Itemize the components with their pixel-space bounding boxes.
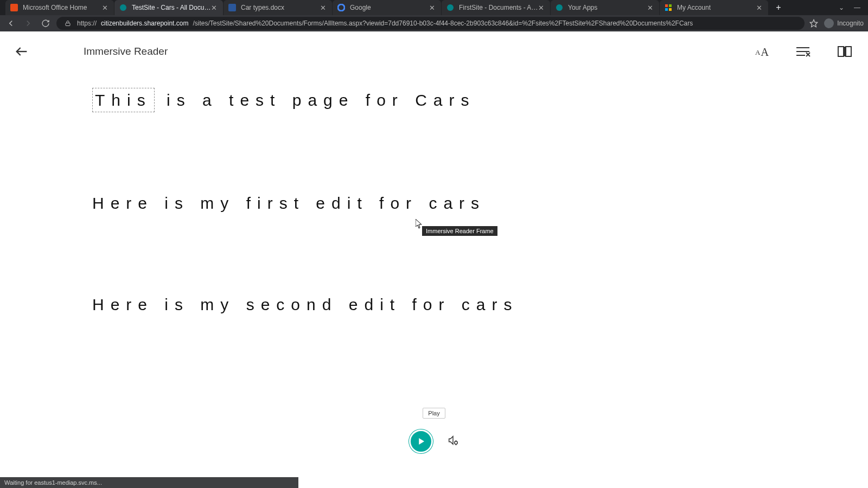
svg-text:A: A bbox=[755, 48, 761, 56]
tab-google[interactable]: Google ✕ bbox=[333, 0, 441, 15]
play-button[interactable] bbox=[409, 429, 433, 453]
voice-settings-button[interactable] bbox=[447, 434, 459, 448]
svg-rect-7 bbox=[669, 4, 672, 7]
close-icon[interactable]: ✕ bbox=[428, 4, 436, 11]
tab-car-types-docx[interactable]: Car types.docx ✕ bbox=[224, 0, 332, 15]
svg-marker-11 bbox=[810, 20, 818, 27]
incognito-chip[interactable]: Incognito bbox=[824, 18, 864, 28]
tab-firstsite-docs[interactable]: FirstSite - Documents - All Docu ✕ bbox=[442, 0, 550, 15]
svg-point-4 bbox=[447, 4, 454, 11]
tab-title: FirstSite - Documents - All Docu bbox=[459, 4, 538, 11]
tab-your-apps[interactable]: Your Apps ✕ bbox=[551, 0, 659, 15]
immersive-reader-header: Immersive Reader A A bbox=[0, 31, 868, 72]
tooltip: Immersive Reader Frame bbox=[422, 226, 497, 236]
chevron-down-icon[interactable]: ⌄ bbox=[839, 4, 844, 11]
nav-back-button[interactable] bbox=[4, 17, 17, 30]
close-icon[interactable]: ✕ bbox=[538, 4, 545, 11]
grammar-options-button[interactable] bbox=[795, 45, 812, 58]
paragraph-1: This is a test page for Cars bbox=[92, 88, 803, 112]
svg-rect-8 bbox=[665, 8, 668, 11]
reload-button[interactable] bbox=[39, 17, 52, 30]
url-domain: citizenbuilders.sharepoint.com bbox=[101, 20, 188, 27]
svg-text:A: A bbox=[761, 46, 769, 58]
tab-title: Your Apps bbox=[568, 4, 646, 11]
minimize-icon[interactable]: — bbox=[854, 4, 860, 11]
tab-title: Microsoft Office Home bbox=[23, 4, 101, 11]
close-icon[interactable]: ✕ bbox=[211, 4, 218, 11]
svg-rect-0 bbox=[10, 4, 18, 11]
svg-point-1 bbox=[120, 4, 126, 11]
address-bar: https://citizenbuilders.sharepoint.com/s… bbox=[0, 15, 868, 31]
svg-rect-9 bbox=[669, 8, 672, 11]
paragraph-3: Here is my second edit for cars bbox=[92, 294, 803, 315]
document-content: This is a test page for Cars Here is my … bbox=[0, 72, 868, 315]
page-title: Immersive Reader bbox=[84, 46, 168, 57]
highlighted-word[interactable]: This bbox=[92, 88, 155, 112]
status-bar: Waiting for eastus1-mediap.svc.ms... bbox=[0, 477, 298, 488]
url-input[interactable]: https://citizenbuilders.sharepoint.com/s… bbox=[56, 17, 805, 30]
browser-chrome: Microsoft Office Home ✕ TestSite - Cars … bbox=[0, 0, 868, 31]
incognito-label: Incognito bbox=[837, 20, 864, 27]
text-preferences-button[interactable]: A A bbox=[754, 43, 770, 60]
incognito-icon bbox=[824, 18, 834, 28]
tab-my-account[interactable]: My Account ✕ bbox=[660, 0, 768, 15]
word-icon bbox=[228, 3, 237, 12]
svg-point-5 bbox=[556, 4, 563, 11]
window-controls: ⌄ — bbox=[839, 4, 868, 11]
svg-rect-2 bbox=[228, 4, 236, 11]
sharepoint-icon bbox=[446, 3, 455, 12]
svg-rect-6 bbox=[665, 4, 668, 7]
new-tab-button[interactable]: + bbox=[771, 0, 786, 15]
bookmark-star-icon[interactable] bbox=[809, 19, 819, 28]
tab-title: My Account bbox=[677, 4, 755, 11]
lock-icon bbox=[63, 20, 73, 27]
status-text: Waiting for eastus1-mediap.svc.ms... bbox=[4, 479, 102, 486]
tab-office-home[interactable]: Microsoft Office Home ✕ bbox=[5, 0, 114, 15]
back-arrow-button[interactable] bbox=[10, 40, 34, 63]
sharepoint-icon bbox=[119, 3, 127, 12]
url-path: /sites/TestSite/Shared%20Documents/Forms… bbox=[193, 20, 693, 27]
close-icon[interactable]: ✕ bbox=[101, 4, 108, 11]
paragraph-1-rest: is a test page for Cars bbox=[156, 91, 476, 109]
nav-forward-button[interactable] bbox=[22, 17, 35, 30]
close-icon[interactable]: ✕ bbox=[319, 4, 327, 11]
play-tooltip: Play bbox=[423, 408, 445, 419]
sharepoint-icon bbox=[555, 3, 564, 12]
cursor-icon bbox=[416, 219, 422, 231]
paragraph-2: Here is my first edit for cars bbox=[92, 192, 803, 214]
close-icon[interactable]: ✕ bbox=[646, 4, 654, 11]
svg-rect-10 bbox=[66, 23, 70, 26]
office-icon bbox=[10, 3, 18, 12]
microsoft-icon bbox=[664, 3, 673, 12]
google-icon bbox=[337, 3, 346, 12]
tab-strip: Microsoft Office Home ✕ TestSite - Cars … bbox=[0, 0, 868, 15]
tab-testsite-cars[interactable]: TestSite - Cars - All Documents ✕ bbox=[114, 0, 223, 15]
svg-marker-19 bbox=[419, 438, 424, 445]
tab-title: Car types.docx bbox=[241, 4, 319, 11]
svg-point-20 bbox=[455, 441, 458, 445]
tab-title: TestSite - Cars - All Documents bbox=[132, 4, 211, 11]
svg-point-3 bbox=[338, 4, 344, 11]
play-controls: Play bbox=[0, 429, 868, 453]
url-prefix: https:// bbox=[77, 20, 97, 27]
reading-preferences-button[interactable] bbox=[837, 44, 853, 59]
tab-title: Google bbox=[350, 4, 428, 11]
close-icon[interactable]: ✕ bbox=[755, 4, 763, 11]
